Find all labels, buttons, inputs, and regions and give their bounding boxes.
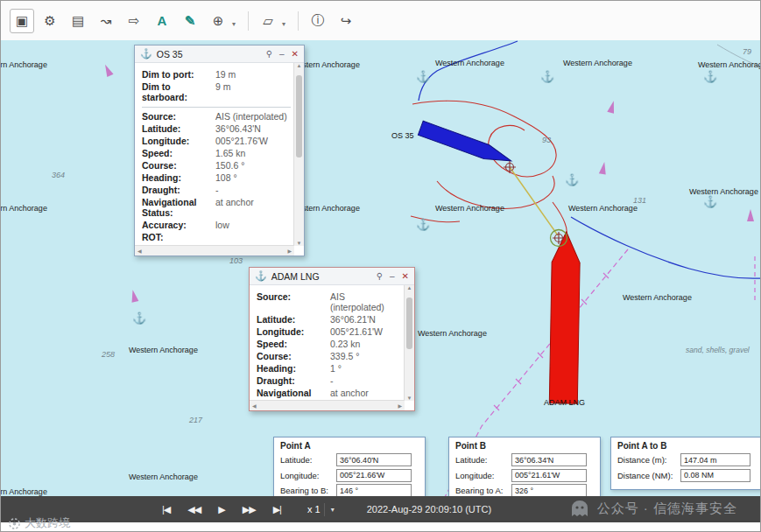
- close-icon[interactable]: ✕: [292, 50, 299, 59]
- gear-glyph: ⚙: [44, 13, 55, 29]
- skip-to-start-button[interactable]: |◀: [162, 504, 170, 515]
- field-label: Accuracy:: [142, 220, 215, 231]
- anchor-status-icon: ⚓: [255, 270, 267, 282]
- anchor-icon: ⚓: [703, 196, 717, 207]
- settings-icon[interactable]: ⚙: [38, 9, 62, 33]
- anchorage-label: Western Anchorage: [698, 60, 761, 69]
- info-row: Navigational Status:at anchor: [142, 197, 291, 219]
- tracks-glyph: ↝: [101, 13, 112, 29]
- field-label: Bearing to A:: [455, 486, 511, 495]
- bearing-field[interactable]: [511, 484, 587, 497]
- field-value: AIS (interpolated): [330, 291, 401, 313]
- toolbar-separator: [298, 11, 299, 31]
- field-label: Latitude:: [455, 455, 511, 465]
- chevron-down-icon[interactable]: ▾: [232, 20, 236, 28]
- distance-m-field[interactable]: [680, 453, 750, 466]
- field-label: Distance (NM):: [617, 471, 680, 480]
- info-icon[interactable]: ⓘ: [306, 9, 330, 33]
- speed-dropdown-icon[interactable]: ▾: [324, 503, 341, 516]
- field-label: Course:: [142, 160, 215, 172]
- field-value: 1 °: [330, 363, 342, 374]
- main-toolbar: ▣ ⚙ ▤ ↝ ⇨ A ✎ ⊕ ▾ ▱ ▾ ⓘ ↪: [1, 1, 760, 41]
- step-back-button[interactable]: ◀◀: [187, 504, 201, 515]
- select-tool-glyph: ▣: [16, 13, 28, 29]
- pin-icon[interactable]: ⚲: [377, 272, 383, 281]
- field-value: low: [215, 220, 229, 231]
- anchorage-label: Western Anchorage: [623, 293, 692, 302]
- info-row: Dim to port:19 m: [142, 69, 291, 80]
- info-row: Source:AIS (interpolated): [257, 291, 401, 313]
- longitude-field[interactable]: [336, 469, 412, 482]
- minimize-icon[interactable]: –: [390, 272, 395, 281]
- playback-speed[interactable]: x 1: [307, 504, 321, 514]
- vertical-scrollbar[interactable]: ▲▼: [293, 63, 304, 246]
- point-b-panel: Point B Latitude: Longitude: Bearing to …: [448, 437, 601, 506]
- tracks-tool-icon[interactable]: ↝: [94, 9, 118, 33]
- bottom-strip: [1, 522, 760, 532]
- latitude-field[interactable]: [336, 453, 412, 466]
- draw-shape-icon[interactable]: ▱: [256, 9, 280, 33]
- depth-sounding: 131: [633, 196, 646, 205]
- projection-icon[interactable]: ⊕: [206, 9, 230, 33]
- anchorage-label: Western Anchorage: [0, 60, 47, 69]
- anchor-icon: ⚓: [565, 174, 579, 186]
- anchorage-label: Western Anchorage: [0, 487, 47, 496]
- play-button[interactable]: ▶: [218, 504, 224, 515]
- popup-title-bar[interactable]: ⚓ OS 35 ⚲ – ✕: [135, 46, 304, 63]
- pin-icon[interactable]: ⚲: [266, 50, 272, 59]
- popup-title-bar[interactable]: ⚓ ADAM LNG ⚲ – ✕: [250, 268, 414, 285]
- row-separator: [142, 107, 291, 108]
- select-tool-icon[interactable]: ▣: [10, 9, 34, 33]
- latitude-field[interactable]: [511, 453, 587, 466]
- anchorage-label: Western Anchorage: [689, 187, 758, 196]
- point-a-to-b-panel: Point A to B Distance (m): Distance (NM)…: [610, 437, 761, 490]
- globe-glyph: ⊕: [213, 13, 224, 29]
- field-label: Dim to starboard:: [142, 81, 215, 103]
- field-label: Latitude:: [280, 455, 336, 465]
- vertical-scrollbar[interactable]: ▲▼: [404, 285, 414, 401]
- vessel-info-popup-os35: ⚓ OS 35 ⚲ – ✕ Dim to port:19 m Dim to st…: [134, 45, 305, 256]
- anchorage-label: Western Anchorage: [418, 329, 487, 338]
- field-value: 1.65 kn: [215, 148, 245, 159]
- info-row: Heading:1 °: [257, 363, 401, 374]
- field-label: Source:: [142, 111, 215, 122]
- info-row: Course:339.5 °: [257, 351, 401, 362]
- exit-icon[interactable]: ↪: [334, 9, 358, 33]
- distance-nm-field[interactable]: [680, 469, 750, 482]
- scrollbar-thumb[interactable]: [406, 298, 412, 349]
- field-value: 005°21.61'W: [330, 326, 383, 338]
- label-tool-icon[interactable]: ⇨: [122, 9, 146, 33]
- bearing-field[interactable]: [336, 484, 412, 497]
- field-label: Course:: [257, 351, 330, 362]
- layers-icon[interactable]: ▤: [66, 9, 90, 33]
- field-value: at anchor: [215, 197, 254, 219]
- longitude-field[interactable]: [511, 469, 587, 482]
- field-label: Heading:: [257, 363, 330, 374]
- seabed-type-label: sand, shells, gravel: [686, 346, 750, 354]
- field-value: 0.23 kn: [330, 339, 360, 350]
- scrollbar-thumb[interactable]: [296, 75, 302, 158]
- text-tool-icon[interactable]: A: [150, 9, 174, 33]
- field-value: -: [215, 185, 219, 196]
- chevron-down-icon[interactable]: ▾: [282, 20, 285, 28]
- panel-title: Point A: [280, 441, 419, 451]
- close-icon[interactable]: ✕: [402, 272, 409, 281]
- measure-tool-icon[interactable]: ✎: [178, 9, 202, 33]
- minimize-icon[interactable]: –: [279, 50, 285, 59]
- horizontal-scrollbar[interactable]: ◀▶: [250, 400, 405, 410]
- field-label: Latitude:: [142, 123, 215, 135]
- skip-to-end-button[interactable]: ▶|: [273, 504, 281, 515]
- info-row: Draught:-: [142, 185, 291, 196]
- field-label: ROT:: [142, 232, 215, 243]
- toolbar-separator: [248, 11, 249, 31]
- info-row: Accuracy:low: [142, 220, 291, 231]
- watermark-ghost-icon: [569, 500, 590, 517]
- info-row: Draught:-: [257, 375, 401, 387]
- step-forward-button[interactable]: ▶▶: [243, 504, 256, 515]
- field-label: Draught:: [142, 185, 215, 196]
- watermark-text: 大数跨境: [25, 515, 70, 531]
- horizontal-scrollbar[interactable]: ◀▶: [135, 245, 294, 256]
- field-label: Distance (m):: [617, 455, 680, 465]
- info-row: Longitude:005°21.76'W: [142, 136, 291, 147]
- anchorage-label: Western Anchorage: [435, 59, 504, 67]
